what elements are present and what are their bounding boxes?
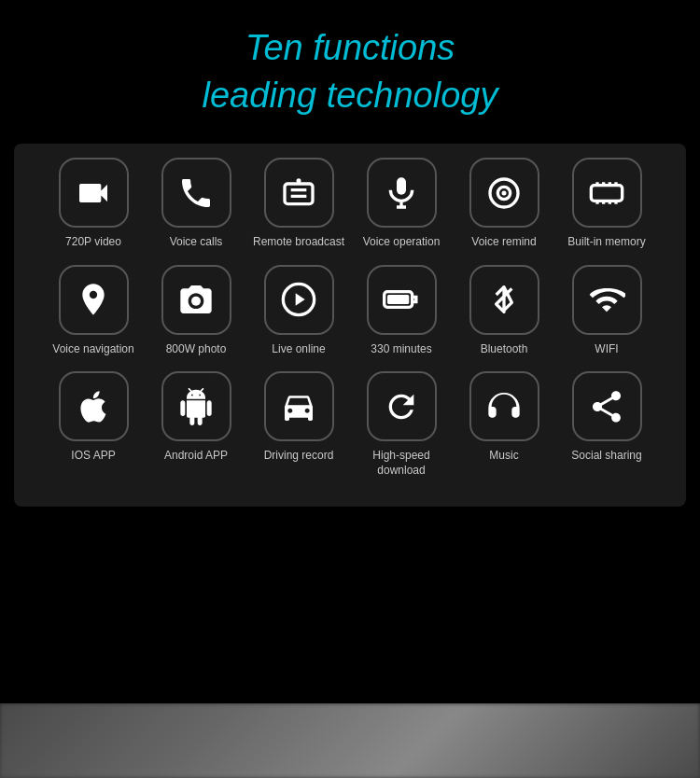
feature-voice-calls: Voice calls — [145, 158, 247, 250]
remote-icon-box — [264, 158, 334, 228]
features-grid: 720P videoVoice callsRemote broadcastVoi… — [14, 144, 686, 507]
android-icon-box — [161, 371, 231, 441]
memory-label: Built-in memory — [567, 235, 645, 250]
voice-remind-icon-box — [469, 158, 539, 228]
feature-wifi: WIFI — [555, 265, 658, 357]
feature-music: Music — [453, 371, 555, 478]
feature-live: Live online — [247, 265, 350, 357]
feature-voice-op: Voice operation — [350, 158, 453, 250]
svg-point-7 — [191, 297, 201, 306]
icon-grid: 720P videoVoice callsRemote broadcastVoi… — [23, 158, 677, 493]
sharing-icon-box — [572, 371, 642, 441]
video-label: 720P video — [65, 235, 121, 250]
live-label: Live online — [272, 342, 325, 357]
feature-minutes: 330 minutes — [350, 265, 453, 357]
feature-bluetooth: Bluetooth — [453, 265, 555, 357]
download-label: High-speed download — [350, 449, 453, 478]
voice-calls-icon-box — [161, 158, 231, 228]
feature-driving: Driving record — [247, 371, 350, 478]
feature-voice-remind: Voice remind — [453, 158, 555, 250]
wifi-icon-box — [572, 265, 642, 335]
voice-op-icon-box — [367, 158, 437, 228]
svg-rect-6 — [591, 185, 622, 201]
feature-ios: IOS APP — [42, 371, 145, 478]
svg-rect-2 — [397, 177, 406, 194]
bluetooth-label: Bluetooth — [481, 342, 528, 357]
navigation-icon-box — [59, 265, 129, 335]
feature-photo: 800W photo — [145, 265, 247, 357]
download-icon-box — [367, 371, 437, 441]
svg-rect-0 — [285, 184, 313, 204]
feature-android: Android APP — [145, 371, 247, 478]
driving-label: Driving record — [264, 449, 334, 464]
feature-sharing: Social sharing — [555, 371, 658, 478]
header-line1: Ten functions — [19, 28, 681, 68]
svg-rect-11 — [387, 295, 409, 304]
svg-marker-9 — [296, 293, 305, 305]
feature-navigation: Voice navigation — [42, 265, 145, 357]
minutes-icon-box — [367, 265, 437, 335]
voice-calls-label: Voice calls — [170, 235, 223, 250]
minutes-label: 330 minutes — [371, 342, 431, 357]
remote-label: Remote broadcast — [253, 235, 344, 250]
voice-remind-label: Voice remind — [471, 235, 536, 250]
feature-remote: Remote broadcast — [247, 158, 350, 250]
live-icon-box — [264, 265, 334, 335]
bluetooth-icon-box — [469, 265, 539, 335]
photo-label: 800W photo — [166, 342, 227, 357]
svg-point-1 — [297, 178, 301, 183]
sharing-label: Social sharing — [571, 449, 641, 464]
feature-memory: Built-in memory — [555, 158, 658, 250]
video-icon-box — [59, 158, 129, 228]
voice-op-label: Voice operation — [363, 235, 441, 250]
feature-download: High-speed download — [350, 371, 453, 478]
header-line2: leading technology — [19, 76, 681, 116]
navigation-label: Voice navigation — [52, 342, 133, 357]
bottom-photo — [0, 703, 700, 778]
music-icon-box — [469, 371, 539, 441]
svg-point-5 — [502, 190, 507, 195]
ios-label: IOS APP — [71, 449, 115, 464]
android-label: Android APP — [164, 449, 228, 464]
ios-icon-box — [59, 371, 129, 441]
header: Ten functions leading technology — [0, 0, 700, 134]
wifi-label: WIFI — [595, 342, 618, 357]
feature-video: 720P video — [42, 158, 145, 250]
memory-icon-box — [572, 158, 642, 228]
driving-icon-box — [264, 371, 334, 441]
music-label: Music — [489, 449, 518, 464]
photo-icon-box — [161, 265, 231, 335]
